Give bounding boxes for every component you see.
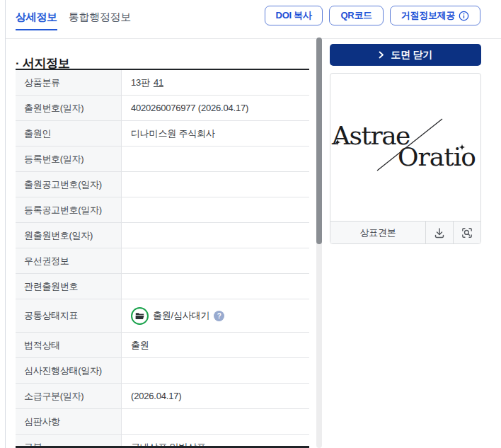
table-row: 법적상태출원 [16, 333, 309, 358]
table-row: 출원번호(일자)4020260076977 (2026.04.17) [16, 96, 309, 121]
table-row: 심판사항 [16, 409, 309, 435]
tab-detail-info[interactable]: 상세정보 [16, 11, 57, 30]
header-button-label: DOI 복사 [276, 9, 312, 22]
question-mark-icon[interactable]: ? [214, 311, 224, 321]
row-label: 관련출원번호 [16, 274, 122, 299]
doi-copy-button[interactable]: DOI 복사 [265, 6, 323, 25]
value-text: 4020260076977 (2026.04.17) [131, 103, 248, 113]
row-value: 디나미스원 주식회사 [122, 121, 309, 146]
table-row: 상품분류13판41 [16, 70, 309, 96]
image-toolbar: 상표견본 [330, 221, 480, 243]
tab-integrated-admin-info[interactable]: 통합행정정보 [69, 11, 131, 30]
download-button[interactable] [425, 222, 453, 243]
table-row: 원출원번호(일자) [16, 223, 309, 248]
classification-link[interactable]: 41 [154, 77, 163, 88]
row-value [122, 409, 309, 434]
table-row: 심사진행상태(일자) [16, 358, 309, 384]
header-button-label: QR코드 [340, 9, 372, 22]
row-label: 심판사항 [16, 409, 122, 434]
trademark-image-panel: Astrae Oratio 상표견본 [330, 73, 481, 244]
value-text: 13판 [131, 76, 150, 89]
row-value [122, 358, 309, 383]
header-divider [6, 38, 501, 39]
download-icon [433, 226, 446, 239]
rejection-info-button[interactable]: 거절정보제공 [390, 6, 480, 25]
row-value: (2026.04.17) [122, 384, 309, 408]
table-row: 소급구분(일자)(2026.04.17) [16, 384, 309, 409]
row-label: 등록번호(일자) [16, 147, 122, 171]
table-row: 등록공고번호(일자) [16, 197, 309, 223]
header-button-group: DOI 복사QR코드거절정보제공 [265, 6, 480, 25]
row-value: 4020260076977 (2026.04.17) [122, 96, 309, 120]
row-label: 심사진행상태(일자) [16, 358, 122, 383]
row-label: 법적상태 [16, 333, 122, 357]
row-label: 우선권정보 [16, 248, 122, 273]
row-value: 출원/심사대기? [122, 299, 309, 332]
row-label: 공통상태지표 [16, 299, 122, 332]
row-value [122, 274, 309, 299]
row-value [122, 223, 309, 248]
row-value [122, 147, 309, 171]
row-label: 등록공고번호(일자) [16, 197, 122, 222]
value-text: 출원 [131, 339, 149, 352]
table-row: 공통상태지표출원/심사대기? [16, 299, 309, 333]
row-value: 출원 [122, 333, 309, 357]
image-caption: 상표견본 [330, 222, 425, 243]
zoom-scan-icon [461, 226, 473, 239]
table-row: 출원공고번호(일자) [16, 172, 309, 197]
zoom-image-button[interactable] [453, 222, 480, 243]
row-value: 13판41 [122, 70, 309, 95]
chevron-right-icon [379, 51, 384, 59]
table-row: 등록번호(일자) [16, 147, 309, 172]
status-text: 출원/심사대기 [153, 309, 209, 322]
close-drawing-label: 도면 닫기 [391, 49, 432, 62]
open-folder-in-green-ring-icon [131, 307, 149, 325]
table-row: 출원인디나미스원 주식회사 [16, 121, 309, 147]
table-row: 관련출원번호 [16, 274, 309, 299]
row-value [122, 248, 309, 273]
row-label: 소급구분(일자) [16, 384, 122, 408]
trademark-image: Astrae Oratio [330, 74, 480, 221]
row-value [122, 172, 309, 197]
row-label: 출원공고번호(일자) [16, 172, 122, 197]
row-label: 출원번호(일자) [16, 96, 122, 120]
trademark-logo-word-2: Oratio [398, 144, 476, 170]
bibliographic-info-table: 상품분류13판41출원번호(일자)4020260076977 (2026.04.… [16, 69, 309, 448]
vertical-scrollbar-thumb[interactable] [316, 38, 322, 244]
value-text: 디나미스원 주식회사 [131, 127, 215, 140]
table-row: 우선권정보 [16, 248, 309, 274]
row-value [122, 197, 309, 222]
qr-code-button[interactable]: QR코드 [329, 6, 383, 25]
header-button-label: 거절정보제공 [401, 9, 455, 22]
row-label: 출원인 [16, 121, 122, 146]
row-label: 원출원번호(일자) [16, 223, 122, 248]
value-text: (2026.04.17) [131, 391, 181, 401]
tab-bar: 상세정보통합행정정보 [16, 11, 131, 30]
close-drawing-button[interactable]: 도면 닫기 [330, 44, 481, 66]
info-circle-icon [459, 11, 469, 21]
vertical-scrollbar-track[interactable] [316, 38, 322, 448]
row-label: 상품분류 [16, 70, 122, 95]
